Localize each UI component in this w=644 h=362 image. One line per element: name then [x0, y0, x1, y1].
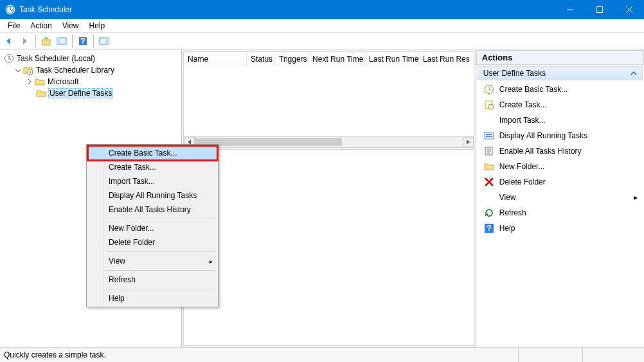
- svg-rect-19: [486, 136, 492, 137]
- actions-section-label: User Define Tasks: [483, 69, 546, 78]
- scroll-track[interactable]: [195, 137, 463, 147]
- col-next-run[interactable]: Next Run Time: [309, 52, 365, 66]
- folder-icon: [36, 88, 46, 98]
- chevron-right-icon: ▸: [634, 193, 638, 202]
- context-import-task-label: Import Task...: [109, 177, 155, 186]
- action-help[interactable]: ? Help: [478, 221, 643, 236]
- menu-action[interactable]: Action: [25, 21, 57, 31]
- body: Task Scheduler (Local) Task Scheduler Li…: [0, 50, 644, 347]
- tree-library[interactable]: Task Scheduler Library: [4, 64, 181, 76]
- tree-user-define-tasks[interactable]: User Define Tasks: [4, 87, 181, 99]
- col-status[interactable]: Status: [247, 52, 275, 66]
- app-icon: [5, 5, 15, 15]
- back-button[interactable]: [3, 34, 17, 48]
- context-delete-folder[interactable]: Delete Folder: [88, 235, 217, 249]
- context-create-task[interactable]: Create Task...: [88, 160, 217, 174]
- action-enable-history-label: Enable All Tasks History: [499, 147, 582, 156]
- history-icon: [484, 146, 494, 156]
- library-icon: [23, 65, 33, 75]
- window-title: Task Scheduler: [19, 5, 72, 14]
- task-icon: [484, 100, 494, 110]
- svg-point-16: [488, 104, 494, 109]
- title-bar: Task Scheduler: [0, 0, 644, 19]
- menu-help[interactable]: Help: [84, 21, 111, 31]
- col-last-run[interactable]: Last Run Time: [365, 52, 419, 66]
- tree-microsoft-label: Microsoft: [48, 77, 79, 86]
- tree-userdef-label: User Define Tasks: [48, 88, 113, 98]
- show-hide-action-pane-button[interactable]: [97, 34, 111, 48]
- task-list: Name Status Triggers Next Run Time Last …: [183, 51, 474, 148]
- action-create-task[interactable]: Create Task...: [478, 97, 643, 113]
- action-help-label: Help: [499, 224, 515, 233]
- action-view[interactable]: View ▸: [478, 190, 643, 205]
- context-enable-history[interactable]: Enable All Tasks History: [88, 203, 217, 217]
- action-create-basic-task[interactable]: Create Basic Task...: [478, 82, 643, 97]
- tree-root-label: Task Scheduler (Local): [17, 54, 95, 63]
- action-refresh[interactable]: Refresh: [478, 205, 643, 221]
- forward-button[interactable]: [18, 34, 32, 48]
- context-display-running[interactable]: Display All Running Tasks: [88, 188, 217, 203]
- blank-icon: [484, 115, 494, 125]
- context-view[interactable]: View▸: [88, 254, 217, 268]
- col-last-result[interactable]: Last Run Res: [419, 52, 474, 66]
- menu-view[interactable]: View: [57, 21, 84, 31]
- menu-bar: File Action View Help: [0, 19, 644, 32]
- show-hide-console-tree-button[interactable]: [55, 34, 69, 48]
- svg-rect-10: [105, 38, 109, 44]
- actions-section[interactable]: User Define Tasks: [478, 66, 643, 80]
- toolbar-separator: [72, 35, 73, 48]
- status-cell: [582, 348, 640, 362]
- chevron-right-icon: ▸: [210, 258, 213, 265]
- context-display-running-label: Display All Running Tasks: [109, 191, 197, 200]
- col-triggers[interactable]: Triggers: [275, 52, 309, 66]
- context-new-folder[interactable]: New Folder...: [88, 221, 217, 235]
- action-display-running[interactable]: Display All Running Tasks: [478, 128, 643, 143]
- clock-icon: [4, 53, 14, 64]
- svg-rect-6: [57, 38, 60, 44]
- action-import-task-label: Import Task...: [499, 116, 546, 125]
- scroll-right-button[interactable]: [463, 137, 474, 147]
- action-enable-history[interactable]: Enable All Tasks History: [478, 143, 643, 159]
- context-separator: [106, 289, 215, 289]
- expand-icon[interactable]: [26, 78, 33, 86]
- up-button[interactable]: [39, 34, 53, 48]
- status-text: Quickly creates a simple task.: [4, 350, 518, 359]
- help-button[interactable]: ?: [76, 34, 90, 48]
- task-list-header: Name Status Triggers Next Run Time Last …: [184, 52, 474, 66]
- folder-icon: [484, 161, 494, 172]
- task-detail-pane: [183, 149, 474, 346]
- help-icon: ?: [484, 223, 494, 233]
- horizontal-scrollbar[interactable]: [184, 136, 474, 147]
- menu-file[interactable]: File: [3, 21, 25, 31]
- col-name[interactable]: Name: [184, 52, 247, 66]
- tree-root[interactable]: Task Scheduler (Local): [4, 53, 181, 64]
- action-view-label: View: [499, 193, 516, 202]
- context-help[interactable]: Help: [88, 291, 217, 305]
- context-separator: [106, 251, 215, 252]
- tree-microsoft[interactable]: Microsoft: [4, 76, 181, 87]
- context-separator: [106, 270, 215, 271]
- context-view-label: View: [109, 257, 125, 266]
- refresh-icon: [484, 208, 494, 218]
- context-import-task[interactable]: Import Task...: [88, 174, 217, 188]
- svg-rect-4: [42, 40, 50, 45]
- toolbar: ?: [0, 32, 644, 50]
- close-button[interactable]: [614, 0, 644, 19]
- context-create-basic-task[interactable]: Create Basic Task...: [88, 146, 217, 160]
- action-delete-folder[interactable]: Delete Folder: [478, 174, 643, 190]
- svg-rect-18: [486, 134, 492, 135]
- tree-library-label: Task Scheduler Library: [36, 66, 114, 75]
- context-menu: Create Basic Task... Create Task... Impo…: [86, 144, 219, 307]
- action-import-task[interactable]: Import Task...: [478, 113, 643, 128]
- minimize-button[interactable]: [555, 0, 585, 19]
- context-create-task-label: Create Task...: [109, 163, 156, 172]
- context-refresh-label: Refresh: [109, 275, 136, 284]
- maximize-button[interactable]: [585, 0, 614, 19]
- collapse-icon[interactable]: [14, 66, 22, 74]
- action-new-folder[interactable]: New Folder...: [478, 159, 643, 174]
- context-new-folder-label: New Folder...: [109, 224, 154, 233]
- status-bar: Quickly creates a simple task.: [0, 347, 644, 362]
- context-refresh[interactable]: Refresh: [88, 273, 217, 287]
- context-help-label: Help: [109, 294, 125, 303]
- action-display-running-label: Display All Running Tasks: [499, 131, 587, 140]
